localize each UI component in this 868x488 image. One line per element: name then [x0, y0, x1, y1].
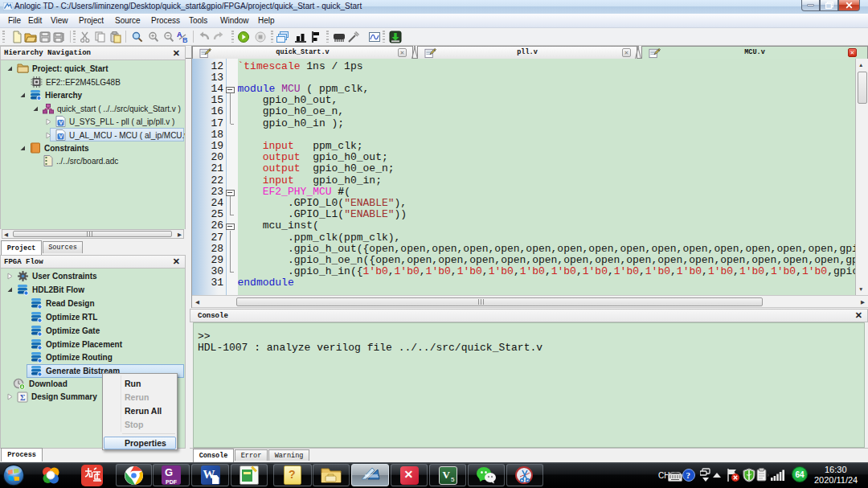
svg-text:B: B — [182, 36, 188, 43]
svg-text:V: V — [59, 133, 63, 140]
svg-text:V: V — [59, 119, 63, 126]
svg-text:?: ? — [686, 470, 691, 480]
svg-text:Σ: Σ — [20, 393, 26, 402]
